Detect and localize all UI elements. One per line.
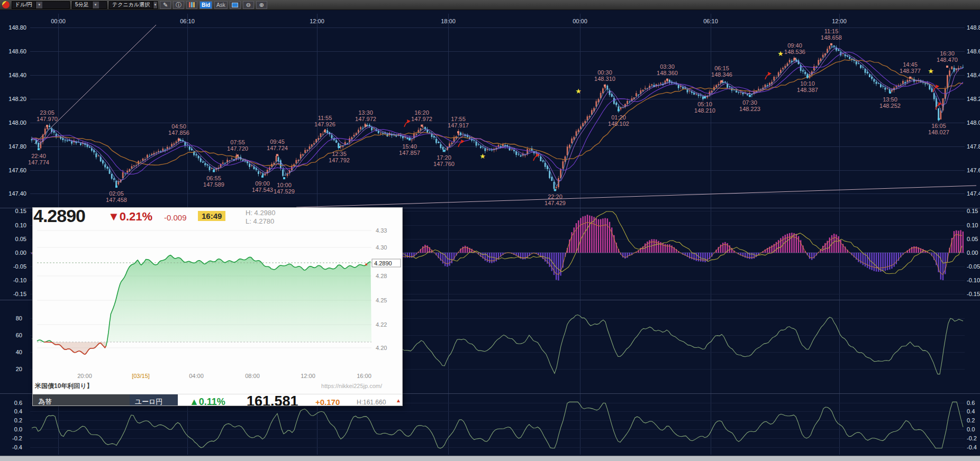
chevron-down-icon[interactable]: ▼ (92, 2, 99, 8)
svg-text:147.970: 147.970 (37, 116, 58, 122)
svg-text:148.210: 148.210 (694, 107, 715, 114)
svg-text:0.6: 0.6 (14, 400, 22, 406)
svg-text:147.529: 147.529 (274, 188, 295, 195)
svg-text:147.60: 147.60 (8, 167, 26, 173)
chevron-down-icon[interactable]: ▼ (153, 2, 157, 8)
zoom-in-button[interactable]: ⊕ (256, 1, 267, 9)
svg-text:0.10: 0.10 (15, 222, 26, 228)
yield-chart-title: 米国債10年利回り】 (35, 382, 93, 391)
svg-text:0.10: 0.10 (967, 222, 978, 228)
ticker-value: 161.581 (247, 393, 298, 406)
svg-text:-0.2: -0.2 (12, 435, 22, 441)
ticker-instrument: ユーロ円 (130, 394, 178, 406)
pair-select-label: ドル/円 (15, 1, 32, 8)
svg-text:4.28: 4.28 (376, 273, 387, 279)
svg-text:★: ★ (479, 152, 486, 160)
svg-text:147.917: 147.917 (448, 122, 469, 128)
svg-text:[03/15]: [03/15] (132, 373, 150, 379)
zoom-out-button[interactable]: ⊖ (243, 1, 254, 9)
yield-value: 4.2890 (33, 207, 85, 226)
svg-text:147.720: 147.720 (227, 145, 248, 152)
timeframe-select[interactable]: 5分足 ▼ (72, 1, 107, 9)
ticker-row[interactable]: 為替 ユーロ円 ▲0.11% 161.581 +0.170 H:161.660 … (33, 394, 403, 406)
ask-button[interactable]: Ask (214, 1, 228, 9)
svg-text:148.223: 148.223 (739, 106, 760, 112)
info-button[interactable]: ⓘ (173, 1, 184, 9)
draw-tool-button[interactable]: ✎ (160, 1, 171, 9)
svg-text:18:00: 18:00 (441, 18, 456, 24)
yield-high: H: 4.2980 (246, 209, 275, 217)
svg-text:147.760: 147.760 (433, 161, 455, 167)
svg-text:17:20: 17:20 (437, 154, 451, 161)
swing-annotations: 22:40147.77423:05147.97002:05147.45804:5… (28, 28, 958, 207)
svg-text:04:00: 04:00 (189, 373, 204, 379)
svg-text:148.4: 148.4 (967, 72, 980, 78)
pencil-icon: ✎ (163, 2, 168, 8)
info-icon: ⓘ (176, 2, 182, 8)
svg-text:147.926: 147.926 (314, 121, 335, 127)
chart-style-button[interactable] (186, 1, 197, 9)
svg-text:06:15: 06:15 (714, 65, 729, 71)
svg-text:4.33: 4.33 (376, 227, 387, 234)
svg-text:147.972: 147.972 (355, 116, 376, 122)
svg-text:09:40: 09:40 (787, 42, 802, 49)
svg-text:0.0: 0.0 (14, 426, 22, 432)
bars-icon (189, 2, 195, 7)
svg-text:0.2: 0.2 (967, 417, 975, 423)
svg-text:12:00: 12:00 (832, 18, 847, 24)
technical-select[interactable]: テクニカル選択 ▼ (109, 1, 158, 9)
yield-popup-window[interactable]: 4.2890 ▼0.21% -0.009 16:49 H: 4.2980 L: … (32, 207, 403, 406)
svg-text:4.20: 4.20 (376, 345, 387, 351)
svg-text:-0.2: -0.2 (967, 435, 977, 441)
svg-text:148.8: 148.8 (967, 24, 980, 31)
svg-text:147.458: 147.458 (106, 197, 127, 203)
zoom-in-icon: ⊕ (259, 2, 264, 8)
svg-text:-0.10: -0.10 (13, 277, 26, 283)
svg-text:22:20: 22:20 (548, 193, 562, 200)
chevron-down-icon[interactable]: ▼ (35, 2, 42, 8)
svg-text:147.792: 147.792 (329, 157, 350, 163)
svg-text:4.30: 4.30 (376, 244, 387, 251)
svg-text:0.05: 0.05 (15, 236, 26, 242)
trend-lines[interactable] (34, 25, 976, 207)
fx-chart-app: ドル/円 ▼ 5分足 ▼ テクニカル選択 ▼ ✎ ⓘ Bid Ask ⊖ ⊕ 2… (0, 0, 980, 461)
yield-change: -0.009 (164, 213, 187, 222)
svg-text:02:05: 02:05 (109, 190, 124, 197)
toolbar: ドル/円 ▼ 5分足 ▼ テクニカル選択 ▼ ✎ ⓘ Bid Ask ⊖ ⊕ (0, 0, 980, 10)
svg-text:148.2: 148.2 (967, 96, 980, 102)
ticker-high: H:161.660 (357, 399, 386, 406)
svg-text:07:30: 07:30 (742, 99, 757, 106)
svg-text:★: ★ (928, 67, 934, 75)
svg-text:148.536: 148.536 (784, 49, 805, 55)
svg-text:148.346: 148.346 (711, 71, 732, 78)
new-chart-button[interactable] (230, 1, 241, 9)
bid-button[interactable]: Bid (199, 1, 212, 9)
svg-text:147.429: 147.429 (545, 200, 566, 206)
svg-text:-0.15: -0.15 (967, 291, 980, 297)
svg-text:▲: ▲ (364, 262, 368, 266)
yield-chart: 4.334.304.284.254.224.20▲4.289020:00[03/… (33, 227, 403, 380)
svg-text:★: ★ (777, 50, 784, 58)
candlestick-series[interactable] (31, 44, 964, 191)
svg-text:00:00: 00:00 (51, 18, 66, 24)
svg-text:148.377: 148.377 (900, 68, 921, 74)
svg-text:00:00: 00:00 (573, 18, 587, 24)
ticker-change: +0.170 (315, 398, 340, 406)
svg-text:147.857: 147.857 (399, 150, 420, 156)
svg-text:0.4: 0.4 (14, 408, 22, 414)
svg-text:16:05: 16:05 (931, 123, 946, 129)
svg-text:-0.05: -0.05 (13, 263, 26, 270)
svg-text:148.40: 148.40 (8, 72, 26, 78)
svg-text:148.60: 148.60 (8, 48, 26, 54)
svg-text:148.00: 148.00 (8, 119, 26, 126)
svg-text:12:35: 12:35 (332, 151, 347, 157)
svg-text:16:20: 16:20 (414, 109, 429, 116)
source-url[interactable]: https://nikkei225jp.com/ (321, 383, 382, 389)
horizontal-scrollbar[interactable] (0, 456, 980, 461)
pair-select[interactable]: ドル/円 ▼ (12, 1, 70, 9)
svg-text:80: 80 (16, 315, 22, 321)
moving-averages (32, 47, 963, 186)
app-icon (2, 1, 10, 8)
oscillator-panel (32, 402, 963, 448)
svg-text:-0.10: -0.10 (967, 277, 980, 283)
